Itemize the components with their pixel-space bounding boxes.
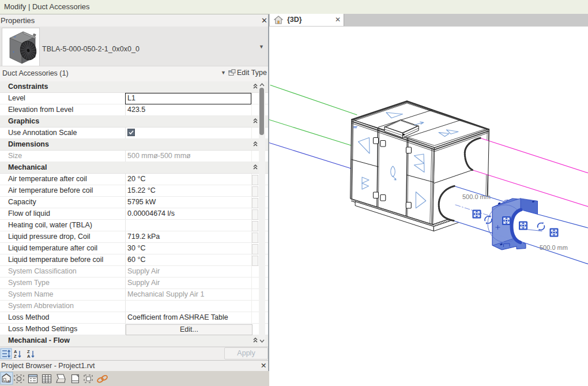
svg-text:Z: Z <box>14 354 17 359</box>
svg-text:500.0 mm: 500.0 mm <box>540 244 568 251</box>
svg-text:LB: LB <box>6 380 10 383</box>
svg-text:500.0 mm: 500.0 mm <box>462 193 491 200</box>
svg-text:A: A <box>27 354 31 359</box>
